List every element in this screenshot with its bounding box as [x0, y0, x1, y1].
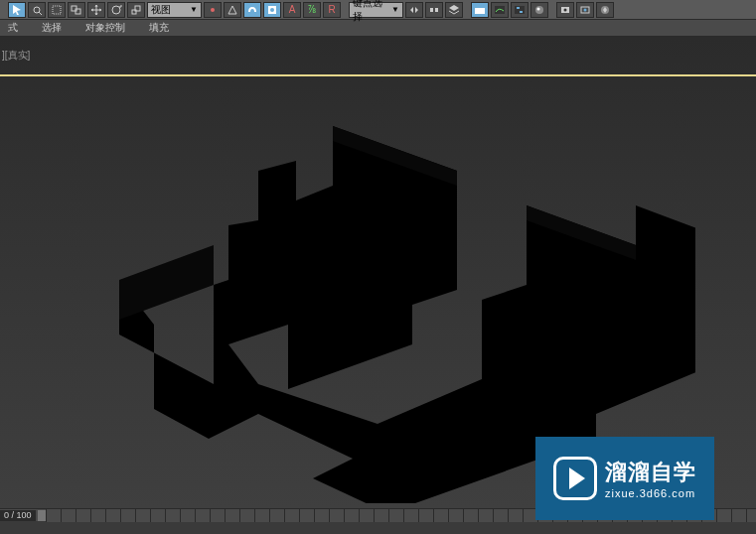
- timeline-thumb[interactable]: [38, 510, 46, 521]
- play-icon: [553, 457, 597, 500]
- svg-point-19: [537, 7, 540, 10]
- layers-icon[interactable]: [445, 2, 463, 18]
- axis-r-icon[interactable]: R: [323, 2, 341, 18]
- svg-point-7: [211, 8, 215, 12]
- watermark-url: zixue.3d66.com: [605, 487, 695, 499]
- svg-rect-16: [517, 7, 520, 9]
- reference-coord-dropdown[interactable]: 视图▼: [147, 2, 202, 18]
- curve-editor-icon[interactable]: [491, 2, 509, 18]
- axis-p-icon[interactable]: ⅞: [303, 2, 321, 18]
- layer-explorer-icon[interactable]: [471, 2, 489, 18]
- menu-item[interactable]: 填充: [149, 21, 169, 35]
- render-setup-icon[interactable]: [556, 2, 574, 18]
- render-icon[interactable]: [596, 2, 614, 18]
- axis-a-icon[interactable]: A: [283, 2, 301, 18]
- svg-point-21: [564, 8, 567, 11]
- viewport-label[interactable]: ][真实]: [2, 49, 30, 63]
- move-icon[interactable]: [87, 2, 105, 18]
- paint-select-icon[interactable]: [28, 2, 46, 18]
- menu-item[interactable]: 对象控制: [85, 21, 125, 35]
- dropdown-label: 键点选择: [353, 0, 391, 24]
- angle-snap-icon[interactable]: [263, 2, 281, 18]
- svg-rect-13: [475, 6, 485, 8]
- chevron-down-icon: ▼: [391, 5, 399, 14]
- svg-marker-26: [119, 245, 214, 320]
- watermark: 溜溜自学 zixue.3d66.com: [535, 437, 714, 520]
- menu-item[interactable]: 选择: [42, 21, 62, 35]
- frame-counter: 0 / 100: [0, 510, 36, 521]
- svg-point-23: [584, 8, 587, 11]
- selection-filter-dropdown[interactable]: 键点选择▼: [349, 2, 403, 18]
- pivot-icon[interactable]: [204, 2, 222, 18]
- menu-item[interactable]: 式: [8, 21, 18, 35]
- rect-select-icon[interactable]: [48, 2, 66, 18]
- scale-icon[interactable]: [127, 2, 145, 18]
- snap-toggle-icon[interactable]: [243, 2, 261, 18]
- rotate-icon[interactable]: [107, 2, 125, 18]
- manip-icon[interactable]: [224, 2, 241, 18]
- main-toolbar: 视图▼ A ⅞ R 键点选择▼: [0, 0, 756, 20]
- chevron-down-icon: ▼: [190, 5, 198, 14]
- schematic-view-icon[interactable]: [511, 2, 529, 18]
- window-select-icon[interactable]: [68, 2, 85, 18]
- svg-rect-17: [520, 11, 523, 13]
- key-mode-icon[interactable]: [405, 2, 423, 18]
- select-icon[interactable]: [8, 2, 26, 18]
- render-frame-icon[interactable]: [576, 2, 594, 18]
- svg-rect-11: [435, 8, 438, 12]
- dropdown-label: 视图: [151, 3, 171, 17]
- key-filter-icon[interactable]: [425, 2, 443, 18]
- svg-rect-1: [53, 6, 61, 14]
- svg-rect-10: [430, 8, 433, 12]
- svg-point-9: [270, 8, 274, 12]
- material-editor-icon[interactable]: [530, 2, 548, 18]
- watermark-title: 溜溜自学: [605, 458, 696, 487]
- svg-rect-14: [495, 6, 505, 14]
- svg-point-4: [112, 6, 120, 14]
